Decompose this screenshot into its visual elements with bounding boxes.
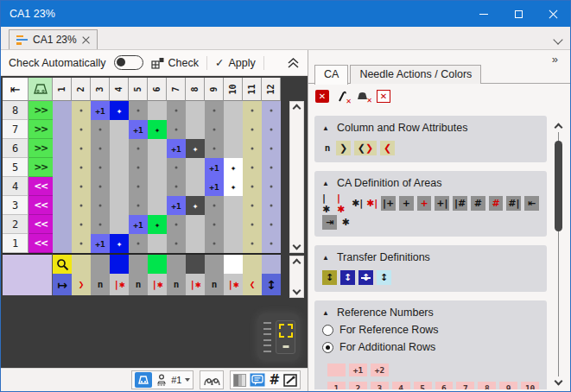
grid-cell[interactable]: ✦ <box>186 139 205 158</box>
grid-cell[interactable] <box>53 158 72 177</box>
section-header[interactable]: ▲Reference Numbers <box>322 307 539 319</box>
reference-number[interactable]: 1 <box>327 382 346 389</box>
collapse-icon[interactable]: ▲ <box>322 180 329 187</box>
grid-cell[interactable] <box>186 101 205 120</box>
shading-view-button[interactable] <box>233 374 246 387</box>
grid-cell[interactable] <box>205 234 224 253</box>
grid-cell[interactable] <box>224 120 243 139</box>
row-number[interactable]: 5 <box>3 158 29 177</box>
area-plus-bar[interactable]: +| <box>435 196 449 211</box>
scroll-down-icon[interactable] <box>554 377 562 386</box>
grid-cell[interactable] <box>72 158 91 177</box>
grid-cell[interactable] <box>205 101 224 120</box>
grid-cell[interactable] <box>110 139 129 158</box>
bar-star-icon[interactable]: |✱ <box>186 274 205 295</box>
footer-color-cell[interactable] <box>243 253 262 274</box>
grid-cell[interactable]: ✦ <box>224 177 243 196</box>
footer-color-cell[interactable] <box>148 253 167 274</box>
delete-carriage-data-button[interactable]: ✕ <box>356 91 369 102</box>
grid-cell[interactable]: +1 <box>167 139 186 158</box>
grid-cell[interactable] <box>148 234 167 253</box>
collapse-icon[interactable]: ▲ <box>322 124 329 132</box>
grid-cell[interactable] <box>262 177 281 196</box>
area-star-bar-red[interactable]: ✱| <box>366 196 377 211</box>
grid-cell[interactable] <box>186 215 205 234</box>
delete-all-button[interactable]: ✕ <box>315 90 329 103</box>
grid-cell[interactable] <box>167 120 186 139</box>
column-header[interactable]: 7 <box>167 78 186 101</box>
grid-cell[interactable] <box>148 177 167 196</box>
area-plus-red[interactable]: + <box>417 196 432 211</box>
grid-cell[interactable] <box>53 234 72 253</box>
footer-vertical-scrollbar[interactable] <box>289 256 304 298</box>
section-header[interactable]: ▲Column and Row Attributes <box>322 122 539 134</box>
grid-cell[interactable]: ✦ <box>110 234 129 253</box>
scrollbar-thumb[interactable] <box>555 141 562 231</box>
grid-cell[interactable] <box>243 196 262 215</box>
footer-color-cell[interactable] <box>91 253 110 274</box>
grid-cell[interactable]: +1 <box>167 196 186 215</box>
row-number[interactable]: 1 <box>3 234 29 253</box>
grid-cell[interactable] <box>129 234 148 253</box>
reference-number[interactable]: 4 <box>392 382 410 389</box>
technical-edit-button[interactable] <box>283 374 297 387</box>
grid-cell[interactable] <box>148 139 167 158</box>
navigator-selection[interactable] <box>279 324 293 338</box>
reference-number[interactable]: 9 <box>499 382 517 389</box>
grid-cell[interactable]: +1 <box>205 177 224 196</box>
carriage-view-button[interactable] <box>135 372 152 388</box>
grid-cell[interactable] <box>262 215 281 234</box>
grid-cell[interactable] <box>243 177 262 196</box>
grid-cell[interactable] <box>186 177 205 196</box>
footer-color-cell[interactable] <box>129 253 148 274</box>
grid-cell[interactable] <box>91 177 110 196</box>
to-left-edge-icon[interactable]: ⇤ <box>3 78 29 101</box>
area-hash-bar[interactable]: #| <box>506 196 521 211</box>
area-arrow-to-right[interactable]: ⇥ <box>322 215 337 230</box>
grid-cell[interactable] <box>129 101 148 120</box>
attr-arrows-left-right[interactable]: ❮❯ <box>354 141 377 155</box>
footer-color-cell[interactable] <box>110 253 129 274</box>
grid-cell[interactable] <box>243 120 262 139</box>
needle-action-n[interactable]: n <box>129 274 148 295</box>
grid-cell[interactable] <box>167 101 186 120</box>
grid-cell[interactable] <box>224 101 243 120</box>
row-number[interactable]: 8 <box>3 101 29 120</box>
grid-cell[interactable] <box>129 158 148 177</box>
scrollbar-track[interactable] <box>558 132 559 376</box>
grid-cell[interactable] <box>186 158 205 177</box>
grid-cell[interactable]: ✦ <box>110 101 129 120</box>
grid-cell[interactable] <box>53 177 72 196</box>
grid-cell[interactable] <box>53 101 72 120</box>
scroll-up-icon[interactable] <box>293 104 301 113</box>
row-number[interactable]: 7 <box>3 120 29 139</box>
close-button[interactable] <box>536 1 570 27</box>
reference-number[interactable]: 5 <box>414 382 432 389</box>
area-arrow-to-left[interactable]: ⇤ <box>524 196 539 211</box>
grid-cell[interactable] <box>72 215 91 234</box>
grid-cell[interactable] <box>110 196 129 215</box>
reference-number[interactable]: 3 <box>371 382 389 389</box>
direction-left-icon[interactable]: ❮ <box>243 274 262 295</box>
grid-cell[interactable] <box>224 215 243 234</box>
navigator-widget[interactable] <box>258 314 299 360</box>
column-header[interactable]: 6 <box>148 78 167 101</box>
delete-needle-action-button[interactable]: ✕ <box>337 91 348 103</box>
grid-cell[interactable] <box>53 120 72 139</box>
bar-star-icon[interactable]: |✱ <box>148 274 167 295</box>
grid-cell[interactable]: ✦ <box>148 215 167 234</box>
grid-cell[interactable] <box>72 120 91 139</box>
delete-selection-button[interactable]: ✕ <box>377 90 390 103</box>
column-header[interactable]: 5 <box>129 78 148 101</box>
magnifier-icon[interactable] <box>53 253 72 274</box>
grid-cell[interactable] <box>167 215 186 234</box>
collapse-icon[interactable]: ▲ <box>322 309 329 317</box>
grid-cell[interactable] <box>110 120 129 139</box>
grid-cell[interactable] <box>91 215 110 234</box>
reference-number[interactable]: 8 <box>478 382 496 389</box>
column-header[interactable]: 2 <box>72 78 91 101</box>
grid-cell[interactable] <box>91 158 110 177</box>
check-button[interactable]: Check <box>151 57 199 69</box>
section-header[interactable]: ▲CA Definition of Areas <box>322 177 539 189</box>
grid-cell[interactable] <box>91 139 110 158</box>
